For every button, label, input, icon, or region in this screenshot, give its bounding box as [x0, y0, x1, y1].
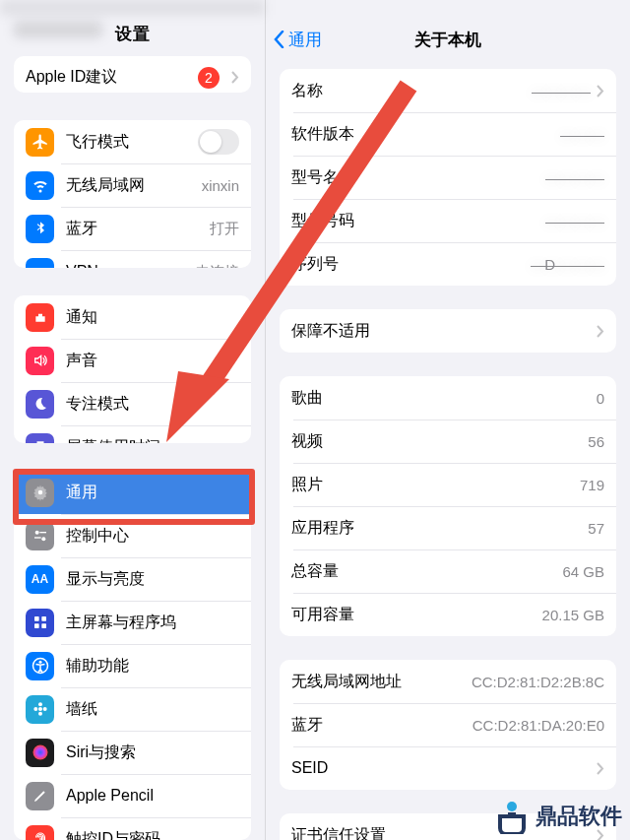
serial-value-rest: ————— [531, 256, 604, 273]
wallpaper-row[interactable]: 墙纸 [14, 687, 251, 731]
notifications-row[interactable]: 通知 [14, 295, 251, 339]
available-row: 可用容量 20.15 GB [280, 593, 616, 636]
svg-rect-4 [39, 532, 46, 533]
svg-point-14 [33, 707, 37, 711]
apps-row: 应用程序 57 [280, 506, 616, 549]
watermark-logo-icon [494, 799, 530, 834]
settings-sidebar: 设置 Apple ID建议 2 飞行模式 无线局域 [0, 0, 265, 840]
modelname-value: ———— [545, 169, 604, 186]
display-row[interactable]: AA 显示与亮度 [14, 557, 251, 601]
touchid-label: 触控ID与密码 [66, 829, 239, 840]
wifi-value: xinxin [202, 177, 239, 194]
svg-point-10 [38, 661, 41, 664]
svg-point-16 [32, 745, 47, 760]
software-version-row[interactable]: 软件版本 ——— [280, 112, 616, 156]
svg-point-12 [38, 703, 42, 707]
bell-icon [26, 303, 54, 332]
chevron-right-icon [597, 325, 604, 338]
vpn-label: VPN [66, 263, 195, 268]
bluetooth-row[interactable]: 蓝牙 打开 [14, 207, 251, 250]
control-center-row[interactable]: 控制中心 [14, 514, 251, 557]
wifimac-label: 无线局域网地址 [291, 672, 472, 692]
videos-label: 视频 [291, 431, 588, 452]
about-title: 关于本机 [266, 29, 630, 51]
siri-row[interactable]: Siri与搜索 [14, 731, 251, 774]
bluetooth-icon [26, 215, 54, 243]
cc-label: 控制中心 [66, 526, 239, 547]
modelnum-value: ———— [545, 213, 604, 229]
chevron-right-icon [231, 71, 239, 84]
chevron-right-icon [597, 762, 604, 775]
videos-value: 56 [588, 433, 604, 450]
wifi-mac-row: 无线局域网地址 CC:D2:81:D2:2B:8C [280, 660, 616, 703]
focus-label: 专注模式 [66, 394, 239, 415]
coverage-row[interactable]: 保障不适用 [280, 309, 616, 353]
home-label: 主屏幕与程序坞 [66, 613, 239, 633]
right-nav-bar: 通用 关于本机 [266, 18, 630, 61]
chevron-right-icon [597, 85, 604, 97]
watermark: 鼎品软件 [494, 799, 622, 834]
fingerprint-icon [26, 825, 54, 840]
wall-label: 墙纸 [66, 699, 239, 720]
display-label: 显示与亮度 [66, 569, 239, 590]
model-name-row[interactable]: 型号名称 ———— [280, 156, 616, 199]
vpn-value: 未连接 [195, 263, 239, 268]
accessibility-row[interactable]: 辅助功能 [14, 644, 251, 687]
flower-icon [26, 695, 54, 724]
btmac-value: CC:D2:81:DA:20:E0 [472, 717, 604, 734]
svg-point-15 [42, 707, 46, 711]
apple-id-suggestions-row[interactable]: Apple ID建议 2 [14, 56, 251, 93]
apps-value: 57 [588, 520, 604, 537]
svg-point-2 [41, 538, 45, 542]
svg-point-13 [38, 712, 42, 716]
settings-title: 设置 [115, 23, 150, 45]
airplane-mode-row[interactable]: 飞行模式 [14, 120, 251, 163]
svg-point-1 [34, 531, 38, 535]
sound-icon [26, 347, 54, 375]
svg-rect-6 [41, 616, 46, 621]
moon-icon [26, 390, 54, 419]
sound-row[interactable]: 声音 [14, 339, 251, 382]
about-panel: 通用 关于本机 名称 ———— 软件版本 ——— 型号名称 ———— 型号号码 … [265, 0, 630, 840]
homescreen-row[interactable]: 主屏幕与程序坞 [14, 601, 251, 644]
grid-icon [26, 609, 54, 637]
bt-mac-row: 蓝牙 CC:D2:81:DA:20:E0 [280, 703, 616, 746]
cap-label: 总容量 [291, 561, 562, 582]
avail-value: 20.15 GB [542, 607, 604, 623]
slider-icon [26, 522, 54, 550]
photos-label: 照片 [291, 475, 580, 495]
avail-label: 可用容量 [291, 605, 542, 625]
screentime-row[interactable]: 屏幕使用时间 [14, 425, 251, 443]
serial-row[interactable]: 序列号 D ————— [280, 242, 616, 286]
vpn-row[interactable]: VPN VPN 未连接 [14, 250, 251, 268]
pencil-row[interactable]: Apple Pencil [14, 774, 251, 817]
focus-row[interactable]: 专注模式 [14, 382, 251, 425]
svg-rect-5 [34, 616, 39, 621]
badge-count: 2 [198, 67, 220, 89]
screentime-label: 屏幕使用时间 [66, 437, 239, 443]
wifi-row[interactable]: 无线局域网 xinxin [14, 163, 251, 207]
touchid-row[interactable]: 触控ID与密码 [14, 817, 251, 840]
photos-row: 照片 719 [280, 463, 616, 506]
svg-point-22 [507, 802, 517, 811]
photos-value: 719 [580, 477, 604, 493]
svg-rect-7 [34, 624, 39, 629]
general-label: 通用 [66, 483, 239, 503]
access-label: 辅助功能 [66, 656, 239, 677]
airplane-toggle[interactable] [198, 129, 239, 155]
name-value: ———— [532, 83, 591, 99]
modelname-label: 型号名称 [291, 167, 545, 188]
wifimac-value: CC:D2:81:D2:2B:8C [472, 674, 604, 690]
notif-label: 通知 [66, 307, 239, 328]
svg-rect-23 [508, 812, 516, 818]
sw-value: ——— [560, 126, 604, 143]
seid-row[interactable]: SEID [280, 746, 616, 790]
general-row[interactable]: 通用 [14, 471, 251, 514]
name-row[interactable]: 名称 ———— [280, 69, 616, 112]
cap-value: 64 GB [562, 563, 604, 580]
svg-rect-8 [41, 624, 46, 629]
songs-label: 歌曲 [291, 388, 597, 409]
model-number-row[interactable]: 型号号码 ———— [280, 199, 616, 242]
siri-icon [26, 739, 54, 767]
pencil-label: Apple Pencil [66, 787, 239, 805]
